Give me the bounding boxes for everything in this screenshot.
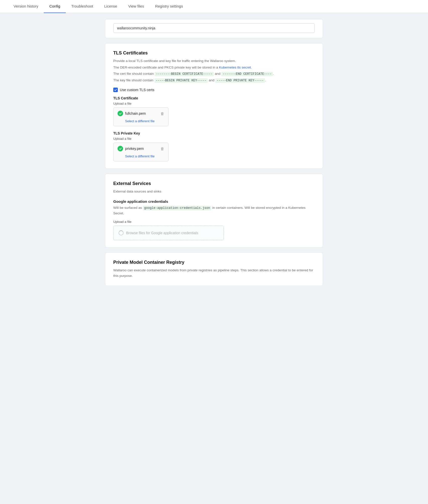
key-section-label: TLS Private Key [113,131,315,135]
custom-tls-checkbox-row[interactable]: Use custom TLS certs [113,88,315,92]
tls-desc-4-prefix: The key file should contain [113,78,153,82]
google-creds-desc-prefix: Will be surfaced as [113,206,142,210]
navigation-bar: Version history Config Troubleshoot Lice… [0,0,428,13]
tls-section-title: TLS Certificates [113,50,315,56]
external-services-title: External Services [113,181,315,186]
tls-and-2: and [209,78,215,82]
tls-desc-3: The cert file should contain --------BEG… [113,71,315,77]
google-creds-desc: Will be surfaced as google-application-c… [113,205,315,216]
key-checkmark [119,147,122,150]
cert-upload-label: Upload a file [113,102,315,105]
tls-desc-1: Provide a local TLS certificate and key … [113,58,315,64]
tab-version-history[interactable]: Version history [8,0,44,13]
cert-file-box: fullchain.pem 🗑 Select a different file [113,107,169,126]
key-check-icon [118,146,123,151]
google-creds-title: Google application credentials [113,199,315,204]
tls-desc-3-prefix: The cert file should contain [113,72,154,76]
private-registry-section: Private Model Container Registry Wallaro… [105,253,323,286]
cert-select-link[interactable]: Select a different file [125,119,155,123]
tab-troubleshoot[interactable]: Troubleshoot [66,0,99,13]
key-begin-code: -----BEGIN PRIVATE KEY----- [154,78,208,83]
google-creds-subsection: Google application credentials Will be s… [113,199,315,240]
google-upload-section: Upload a file Browse files for Google ap… [113,220,315,240]
external-services-desc: External data sources and sinks [113,189,315,194]
tls-desc-3-end: . [273,72,274,76]
tls-desc-2-prefix: The DER-encoded certificate and PKCS pri… [113,66,218,69]
private-registry-title: Private Model Container Registry [113,260,315,265]
key-file-box: privkey.pem 🗑 Select a different file [113,143,169,161]
tls-desc-4: The key file should contain -----BEGIN P… [113,78,315,83]
tls-desc-4-end: . [265,78,266,82]
cert-checkmark [119,112,122,115]
tls-desc-2-end: . [251,66,252,69]
key-upload-label: Upload a file [113,137,315,141]
cert-begin-code: --------BEGIN CERTIFICATE----- [155,72,214,76]
tab-view-files[interactable]: View files [123,0,149,13]
cert-field-group: TLS Certificate Upload a file fullchain.… [113,96,315,126]
google-upload-label: Upload a file [113,220,315,224]
browse-placeholder-text: Browse files for Google application cred… [126,231,198,235]
key-delete-icon[interactable]: 🗑 [160,147,164,151]
key-select-link[interactable]: Select a different file [125,154,155,158]
key-file-name: privkey.pem [125,147,158,151]
cert-file-row: fullchain.pem 🗑 [118,111,164,116]
tab-registry-settings[interactable]: Registry settings [150,0,189,13]
custom-tls-label: Use custom TLS certs [120,88,154,92]
tls-section: TLS Certificates Provide a local TLS cer… [105,43,323,169]
cert-file-name: fullchain.pem [125,111,158,115]
checkbox-check-icon [114,88,117,91]
custom-tls-checkbox[interactable] [113,88,118,92]
key-field-group: TLS Private Key Upload a file privkey.pe… [113,131,315,161]
cert-check-icon [118,111,123,116]
google-browse-dropzone[interactable]: Browse files for Google application cred… [113,226,224,240]
key-file-row: privkey.pem 🗑 [118,146,164,151]
key-end-code: -----END PRIVATE KEY----- [215,78,265,83]
tab-license[interactable]: License [99,0,123,13]
private-registry-desc: Wallaroo can execute containerized model… [113,268,315,278]
domain-section [105,19,323,38]
kubernetes-link[interactable]: Kubernetes tls secret [219,66,251,69]
tab-config[interactable]: Config [44,0,66,13]
google-creds-code: google-application-credentials.json [143,206,211,210]
tls-desc-2: The DER-encoded certificate and PKCS pri… [113,65,315,70]
cert-end-code: -------END CERTIFICATE---- [221,72,273,76]
main-content: TLS Certificates Provide a local TLS cer… [101,13,327,301]
external-services-section: External Services External data sources … [105,174,323,247]
tls-and-1: and [215,72,221,76]
cert-section-label: TLS Certificate [113,96,315,100]
domain-input[interactable] [113,23,315,33]
cert-delete-icon[interactable]: 🗑 [160,111,164,116]
browse-spinner-icon [119,230,124,235]
